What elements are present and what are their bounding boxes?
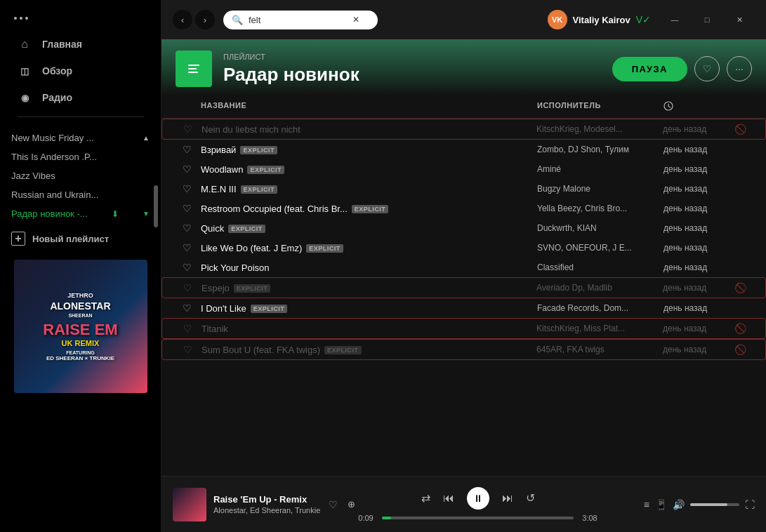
volume-icon[interactable]: 🔊: [673, 499, 685, 510]
player-more-button[interactable]: ⊕: [348, 499, 355, 510]
track-name: ВзривайEXPLICIT: [201, 145, 537, 155]
avatar: VK: [548, 10, 567, 29]
volume-fill: [690, 503, 727, 506]
heart-icon[interactable]: ♡: [173, 242, 201, 253]
track-title-cell: Sum Bout U (feat. FKA twigs)EXPLICIT: [202, 345, 536, 355]
next-button[interactable]: ⏭: [502, 492, 513, 505]
track-artist: Bugzy Malone: [537, 184, 663, 194]
maximize-button[interactable]: □: [692, 9, 722, 30]
ban-icon[interactable]: 🚫: [726, 344, 754, 355]
user-profile[interactable]: VK Vitaliy Kairov V✓: [548, 10, 651, 29]
prev-button[interactable]: ⏮: [443, 492, 454, 505]
like-button[interactable]: ♡: [694, 56, 720, 81]
table-row[interactable]: ♡ I Don't LikeEXPLICIT Facade Records, D…: [161, 298, 766, 318]
table-row[interactable]: ♡ EspejoEXPLICIT Averiado Dp, Madlib ден…: [161, 277, 766, 298]
more-options-button[interactable]: ···: [727, 56, 752, 81]
table-row[interactable]: ♡ M.E.N IIIEXPLICIT Bugzy Malone день на…: [161, 179, 766, 199]
playlist-item-this-is-anderson[interactable]: This Is Anderson .P...: [3, 147, 158, 166]
track-artist: SVNO, ONEFOUR, J E...: [537, 243, 663, 253]
home-icon: ⌂: [17, 36, 32, 52]
table-row[interactable]: ♡ QuickEXPLICIT Duckwrth, KIAN день наза…: [161, 218, 766, 238]
track-list-container: НАЗВАНИЕ ИСПОЛНИТЕЛЬ ♡ Nein du liebst mi…: [161, 95, 766, 476]
heart-icon[interactable]: ♡: [173, 302, 201, 314]
shuffle-button[interactable]: ⇄: [421, 491, 430, 505]
explicit-badge: EXPLICIT: [324, 346, 362, 354]
track-time: день назад: [663, 262, 727, 272]
table-row[interactable]: ♡ Nein du liebst mich nicht KitschKrieg,…: [161, 119, 766, 140]
heart-icon[interactable]: ♡: [173, 203, 201, 214]
explicit-badge: EXPLICIT: [247, 166, 284, 174]
table-row[interactable]: ♡ Titanik KitschKrieg, Miss Plat... день…: [161, 318, 766, 339]
track-name: Restroom Occupied (feat. Chris Br...EXPL…: [201, 204, 537, 214]
heart-icon[interactable]: ♡: [173, 124, 202, 135]
plus-icon: +: [11, 232, 25, 246]
progress-bar[interactable]: [382, 517, 574, 519]
track-time: день назад: [663, 124, 726, 134]
progress-fill: [382, 517, 391, 519]
close-button[interactable]: ✕: [724, 9, 755, 30]
track-artist: Duckwrth, KIAN: [537, 223, 663, 233]
queue-button[interactable]: ≡: [644, 499, 649, 510]
heart-icon[interactable]: ♡: [173, 282, 202, 293]
track-title-cell: I Don't LikeEXPLICIT: [201, 303, 537, 314]
track-title-cell: ВзривайEXPLICIT: [201, 145, 537, 155]
new-playlist-button[interactable]: + Новый плейлист: [3, 226, 158, 251]
minimize-button[interactable]: —: [659, 9, 690, 30]
track-title-cell: Titanik: [202, 324, 536, 334]
track-name: Titanik: [202, 324, 536, 334]
nav-back-button[interactable]: ‹: [173, 10, 192, 29]
track-title-cell: WoodlawnEXPLICIT: [201, 164, 537, 175]
track-name: EspejoEXPLICIT: [202, 283, 536, 293]
nav-forward-button[interactable]: ›: [195, 10, 215, 29]
col-time: [663, 101, 727, 112]
sidebar-item-browse[interactable]: ◫ Обзор: [8, 58, 152, 84]
explicit-badge: EXPLICIT: [352, 205, 389, 213]
ban-icon[interactable]: 🚫: [726, 124, 754, 135]
search-input[interactable]: [249, 15, 347, 25]
browse-icon: ◫: [17, 63, 32, 79]
track-time: день назад: [663, 164, 727, 174]
track-time: день назад: [663, 324, 726, 333]
heart-icon[interactable]: ♡: [173, 164, 201, 175]
sidebar-item-radio[interactable]: ◉ Радио: [8, 84, 152, 111]
playlist-item-new-music-friday[interactable]: New Music Friday ... ▲: [3, 128, 158, 147]
search-clear-icon[interactable]: ✕: [352, 15, 359, 25]
track-artist: 645AR, FKA twigs: [536, 345, 663, 354]
menu-dots[interactable]: [8, 11, 152, 25]
heart-icon[interactable]: ♡: [173, 144, 201, 155]
devices-button[interactable]: 📱: [655, 499, 667, 510]
explicit-badge: EXPLICIT: [228, 225, 265, 233]
table-row[interactable]: ♡ WoodlawnEXPLICIT Aminé день назад: [161, 159, 766, 179]
track-name: Pick Your Poison: [201, 262, 537, 273]
heart-icon[interactable]: ♡: [173, 344, 202, 355]
playlist-item-jazz-vibes[interactable]: Jazz Vibes: [3, 166, 158, 185]
repeat-button[interactable]: ↺: [526, 491, 535, 505]
explicit-badge: EXPLICIT: [306, 244, 343, 253]
track-name: Nein du liebst mich nicht: [202, 124, 536, 135]
fullscreen-button[interactable]: ⛶: [745, 499, 755, 510]
total-time: 3:08: [579, 514, 600, 522]
table-row[interactable]: ♡ Pick Your Poison Classified день назад: [161, 258, 766, 277]
pause-button[interactable]: ПАУЗА: [612, 57, 687, 81]
table-row[interactable]: ♡ Restroom Occupied (feat. Chris Br...EX…: [161, 199, 766, 218]
playlist-label: New Music Friday ...: [11, 133, 94, 143]
play-pause-button[interactable]: ⏸: [467, 487, 489, 510]
track-artist: Yella Beezy, Chris Bro...: [537, 204, 663, 213]
ban-icon[interactable]: 🚫: [726, 282, 754, 293]
table-row[interactable]: ♡ Sum Bout U (feat. FKA twigs)EXPLICIT 6…: [161, 339, 766, 360]
heart-icon[interactable]: ♡: [173, 183, 201, 194]
playlist-item-radar-novinok[interactable]: Радар новинок -... ⬇ ▼: [3, 204, 158, 223]
volume-bar[interactable]: [690, 503, 739, 506]
ban-icon[interactable]: 🚫: [726, 323, 754, 334]
heart-icon[interactable]: ♡: [173, 222, 201, 234]
track-title-cell: M.E.N IIIEXPLICIT: [201, 184, 537, 194]
sidebar-item-home[interactable]: ⌂ Главная: [8, 31, 152, 58]
player-like-button[interactable]: ♡: [329, 499, 338, 510]
playlist-item-russian-ukrain[interactable]: Russian and Ukrain...: [3, 185, 158, 204]
heart-icon[interactable]: ♡: [173, 323, 202, 334]
chevron-down-icon: ▼: [143, 210, 150, 218]
table-row[interactable]: ♡ Like We Do (feat. J Emz)EXPLICIT SVNO,…: [161, 238, 766, 258]
playlist-thumbnail: [176, 51, 212, 87]
table-row[interactable]: ♡ ВзривайEXPLICIT Zombo, DJ Shon, Тулим …: [161, 140, 766, 159]
heart-icon[interactable]: ♡: [173, 262, 201, 273]
